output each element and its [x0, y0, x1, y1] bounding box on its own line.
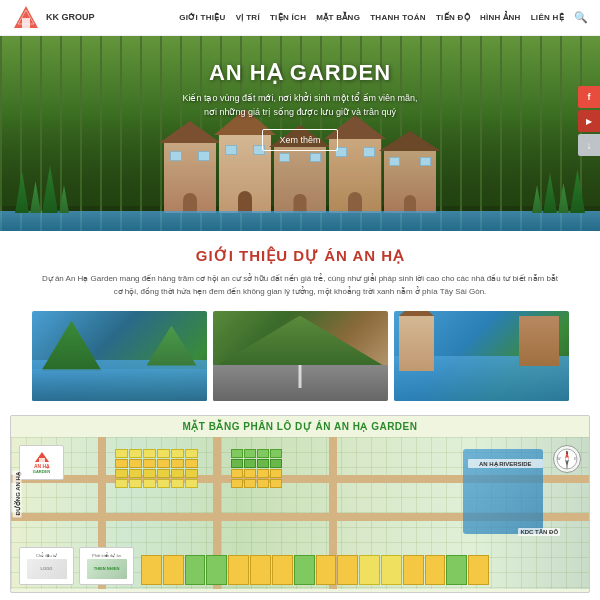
map-title-prefix: MẶT BẰNG PHÂN LÔ DỰ ÁN — [183, 421, 331, 432]
svg-rect-4 — [39, 458, 45, 462]
nav-thanh-toan[interactable]: THANH TOÁN — [370, 13, 426, 22]
map-logo-icon — [34, 451, 50, 463]
facebook-icon: f — [588, 92, 591, 102]
scroll-down-button[interactable]: ↓ — [578, 134, 600, 156]
youtube-button[interactable]: ▶ — [578, 110, 600, 132]
intro-image-placeholder-3 — [394, 311, 569, 401]
intro-images — [20, 311, 580, 401]
youtube-icon: ▶ — [586, 117, 592, 126]
map-label-kdc: KDC TÂN ĐÔ — [518, 528, 560, 536]
header: KK GROUP GIỚI THIỆU VỊ TRÍ TIỆN ÍCH MẶT … — [0, 0, 600, 36]
map-project-logo: AN HẠ GARDEN — [19, 445, 64, 480]
nav-tien-ich[interactable]: TIỆN ÍCH — [270, 13, 306, 22]
xem-them-button[interactable]: Xem thêm — [262, 129, 337, 151]
map-title-bar: MẶT BẰNG PHÂN LÔ DỰ ÁN AN HẠ GARDEN — [11, 416, 589, 437]
map-logo-line2: GARDEN — [33, 469, 50, 474]
map-compass: N S W E — [553, 445, 581, 473]
nav-hinh-anh[interactable]: HÌNH ẢNH — [480, 13, 521, 22]
intro-image-1 — [32, 311, 207, 401]
map-land-plots-bottom — [141, 555, 489, 585]
intro-description: Dự án An Hạ Garden mang đến hàng trăm cơ… — [40, 273, 560, 299]
intro-image-placeholder-2 — [213, 311, 388, 401]
nav-vi-tri[interactable]: VỊ TRÍ — [236, 13, 260, 22]
nav-tien-do[interactable]: TIẾN ĐỘ — [436, 13, 470, 22]
map-info-box-2: Phát triển dự án THIEN NHIEN — [79, 547, 134, 585]
svg-rect-1 — [22, 18, 30, 28]
nav-gioi-thieu[interactable]: GIỚI THIỆU — [179, 13, 226, 22]
hero-subtitle: Kiến tạo vùng đất mới, nơi khởi sinh một… — [182, 92, 417, 119]
nav-lien-he[interactable]: LIÊN HỆ — [531, 13, 564, 22]
map-land-plots-1 — [115, 449, 198, 488]
compass-icon: N S W E — [556, 448, 578, 470]
hero-content: AN HẠ GARDEN Kiến tạo vùng đất mới, nơi … — [0, 36, 600, 231]
map-chu-dau-tu-label: Chủ đầu tư — [36, 553, 57, 558]
logo-area[interactable]: KK GROUP — [12, 4, 95, 32]
intro-image-2 — [213, 311, 388, 401]
map-info-box-1: Chủ đầu tư LOGO — [19, 547, 74, 585]
map-land-plots-2 — [231, 449, 282, 488]
map-chu-dau-tu-logo: LOGO — [41, 566, 53, 571]
facebook-button[interactable]: f — [578, 86, 600, 108]
hero-title: AN HẠ GARDEN — [209, 60, 391, 86]
map-phat-trien-label: Phát triển dự án — [92, 553, 121, 558]
hero-section: AN HẠ GARDEN Kiến tạo vùng đất mới, nơi … — [0, 36, 600, 231]
intro-image-placeholder-1 — [32, 311, 207, 401]
intro-title: GIỚI THIỆU DỰ ÁN AN HẠ — [20, 247, 580, 265]
logo-text: KK GROUP — [46, 13, 95, 23]
arrow-down-icon: ↓ — [587, 140, 592, 151]
search-icon[interactable]: 🔍 — [574, 11, 588, 24]
nav-mat-bang[interactable]: MẶT BẰNG — [316, 13, 360, 22]
map-section: MẶT BẰNG PHÂN LÔ DỰ ÁN AN HẠ GARDEN AN H… — [10, 415, 590, 593]
intro-image-3 — [394, 311, 569, 401]
side-buttons: f ▶ ↓ — [578, 86, 600, 156]
kk-group-logo-icon — [12, 4, 40, 32]
map-title-highlight: AN HẠ GARDEN — [334, 421, 418, 432]
map-label-duong: ĐƯỜNG AN HẠ — [12, 470, 21, 517]
map-phat-trien-logo: THIEN NHIEN — [94, 566, 120, 571]
map-content: AN HẠ GARDEN — [11, 437, 589, 589]
main-nav: GIỚI THIỆU VỊ TRÍ TIỆN ÍCH MẶT BẰNG THAN… — [179, 11, 588, 24]
map-label-riverside: AN HẠ RIVERSIDE — [468, 459, 543, 468]
intro-section: GIỚI THIỆU DỰ ÁN AN HẠ Dự án An Hạ Garde… — [0, 231, 600, 411]
